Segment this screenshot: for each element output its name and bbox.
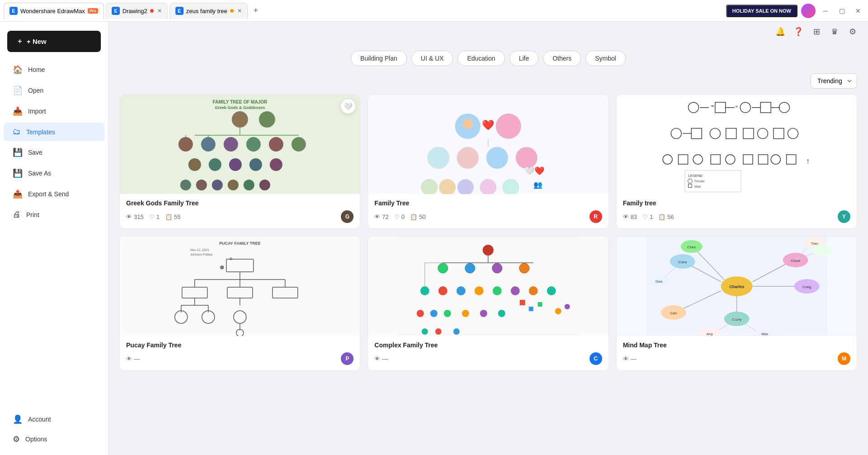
views-count-mindmap: — [631,355,637,362]
tab-drawing2[interactable]: E Drawing2 ✕ [106,3,168,19]
close-button[interactable]: ✕ [852,5,864,17]
user-avatar[interactable] [801,4,816,18]
use-immediately-button-family-tree-1[interactable]: Use immediately [451,135,526,154]
category-education[interactable]: Education [458,51,505,66]
app-tab-main[interactable]: E Wondershare EdrawMax Pro [4,3,104,19]
card-body-mindmap: Mind Map Tree 👁 — M [617,336,857,370]
author-avatar-greek-gods: G [341,210,354,223]
new-icon: ＋ [16,37,23,46]
pro-badge: Pro [88,8,98,14]
sidebar-item-export[interactable]: 📤 Export & Send [4,185,104,204]
template-card-complex[interactable]: Use immediately Complex Family Tree 👁 — … [368,236,609,371]
likes-stat-ft1: ♡ 0 [394,213,405,220]
save-icon: 💾 [13,147,23,157]
category-others[interactable]: Others [543,51,581,66]
sidebar-item-options[interactable]: ⚙ Options [4,430,104,449]
card-title-complex: Complex Family Tree [374,341,602,349]
template-card-pucay[interactable]: PUCAY FAMILY TREE Nov 12, 2021 Johnson P… [119,236,360,371]
notification-button[interactable]: 🔔 [772,24,788,40]
author-avatar-pucay: P [341,352,354,365]
sidebar-item-print[interactable]: 🖨 Print [4,205,104,224]
right-panel: 🔔 ❓ ⊞ ♛ ⚙ Building Plan UI & UX Educatio… [108,22,868,455]
sidebar-item-account[interactable]: 👤 Account [4,410,104,429]
options-icon: ⚙ [13,434,20,444]
card-stats-family-tree-2: 👁 83 ♡ 1 📋 56 Y [623,210,850,223]
category-building-plan[interactable]: Building Plan [351,51,407,66]
sidebar-item-import[interactable]: 📥 Import [4,102,104,121]
heart-icon-ft1: ♡ [394,213,400,220]
category-symbol[interactable]: Symbol [585,51,626,66]
card-preview-family-tree-2: ⁼ ⁼ [617,95,857,194]
card-title-family-tree-1: Family Tree [374,199,602,207]
card-body-pucay: Pucay Family Tree 👁 — P [120,336,360,370]
card-body-greek-gods: Greek Gods Family Tree 👁 315 ♡ 1 [120,194,360,228]
use-immediately-button-pucay[interactable]: Use immediately [202,277,277,296]
copies-count-ft2: 56 [667,213,674,220]
author-avatar-ft1: R [590,210,602,223]
eye-icon-pucay: 👁 [126,355,132,362]
card-preview-family-tree-1: ❤️ 🤍❤️ [368,95,608,194]
views-count-ft2: 83 [631,213,637,220]
template-card-greek-gods[interactable]: FAMILY TREE OF MAJOR Greek Gods & Goddes… [119,94,360,229]
card-stats-family-tree-1: 👁 72 ♡ 0 📋 50 R [374,210,602,223]
sidebar-account-label: Account [28,416,51,423]
likes-stat-ft2: ♡ 1 [642,213,653,220]
crown-button[interactable]: ♛ [826,24,843,40]
print-icon: 🖨 [13,210,21,219]
titlebar-right: HOLIDAY SALE ON NOW ─ ▢ ✕ [726,4,864,18]
tab-zeus[interactable]: E zeus family tree ✕ [170,3,248,19]
new-button[interactable]: ＋ + New [7,31,101,52]
category-life[interactable]: Life [509,51,539,66]
use-immediately-button-family-tree-2[interactable]: Use immediately [699,135,774,154]
maximize-button[interactable]: ▢ [835,5,848,17]
sidebar-item-save[interactable]: 💾 Save [4,143,104,162]
eye-icon-ft1: 👁 [374,213,380,220]
card-body-family-tree-1: Family Tree 👁 72 ♡ 0 📋 [368,194,608,228]
copy-icon: 📋 [165,213,172,220]
sort-dropdown[interactable]: Trending Newest Popular [811,73,857,89]
sort-bar: Trending Newest Popular [119,73,857,94]
heart-icon: ♡ [149,213,155,220]
card-preview-complex: Use immediately [368,237,608,336]
template-card-family-tree-1[interactable]: ❤️ 🤍❤️ [368,94,609,229]
sidebar-item-home[interactable]: 🏠 Home [4,60,104,79]
views-stat-ft2: 👁 83 [623,213,637,220]
content-area: Building Plan UI & UX Education Life Oth… [108,42,868,455]
apps-button[interactable]: ⊞ [808,24,825,40]
template-card-mindmap[interactable]: Charles Clara Clore Chloe [616,236,857,371]
tab-close-drawing2[interactable]: ✕ [157,8,162,14]
card-title-greek-gods: Greek Gods Family Tree [126,199,354,207]
card-body-complex: Complex Family Tree 👁 — C [368,336,608,370]
open-icon: 📄 [13,85,23,95]
use-immediately-button-mindmap[interactable]: Use immediately [699,277,774,296]
import-icon: 📥 [13,106,23,116]
add-tab-button[interactable]: + [250,5,262,17]
copies-stat-ft2: 📋 56 [658,213,674,220]
holiday-sale-button[interactable]: HOLIDAY SALE ON NOW [726,5,797,17]
use-immediately-button-greek-gods[interactable]: Use immediately [202,135,277,154]
sidebar-item-save-as[interactable]: 💾 Save As [4,164,104,183]
tab-close-zeus[interactable]: ✕ [237,8,242,14]
sidebar-open-label: Open [28,87,43,94]
category-bar: Building Plan UI & UX Education Life Oth… [119,42,857,73]
template-card-family-tree-2[interactable]: ⁼ ⁼ [616,94,857,229]
help-button[interactable]: ❓ [790,24,807,40]
sidebar-item-open[interactable]: 📄 Open [4,81,104,100]
settings-button[interactable]: ⚙ [844,24,861,40]
card-title-family-tree-2: Family tree [623,199,850,207]
use-immediately-button-complex[interactable]: Use immediately [451,277,526,296]
sidebar-item-templates[interactable]: 🗂 Templates [4,123,104,141]
sidebar-import-label: Import [28,108,46,115]
card-preview-greek-gods: FAMILY TREE OF MAJOR Greek Gods & Goddes… [120,95,360,194]
sidebar-templates-label: Templates [26,128,55,136]
sidebar-bottom: 👤 Account ⚙ Options [0,409,108,450]
card-preview-mindmap: Charles Clara Clore Chloe [617,237,857,336]
sidebar: ＋ + New 🏠 Home 📄 Open 📥 Import 🗂 Templat… [0,22,108,455]
category-ui-ux[interactable]: UI & UX [411,51,453,66]
eye-icon-ft2: 👁 [623,213,629,220]
sidebar-export-label: Export & Send [28,190,69,198]
titlebar-left: E Wondershare EdrawMax Pro E Drawing2 ✕ … [4,3,726,19]
copies-stat-ft1: 📋 50 [410,213,425,220]
minimize-button[interactable]: ─ [819,5,832,17]
sidebar-options-label: Options [25,436,47,443]
